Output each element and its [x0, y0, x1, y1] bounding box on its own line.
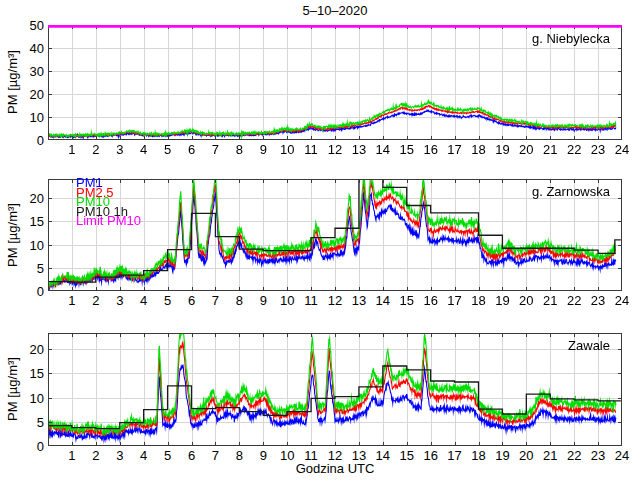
x-tick-label: 4 [140, 142, 147, 157]
y-tick-label: 15 [6, 214, 44, 229]
x-tick-label: 13 [352, 142, 366, 157]
x-tick-label: 24 [615, 293, 629, 308]
x-tick-label: 15 [400, 293, 414, 308]
x-tick-label: 11 [304, 293, 318, 308]
x-tick-label: 17 [447, 142, 461, 157]
y-tick-label: 0 [6, 284, 44, 299]
y-tick-label: 30 [6, 64, 44, 79]
x-tick-label: 12 [328, 142, 342, 157]
y-tick-label: 5 [6, 261, 44, 276]
x-tick-label: 18 [471, 142, 485, 157]
legend-item-limit-pm10: Limit PM10 [76, 216, 141, 226]
y-axis-label-bottom: PM [µg/m³] [5, 319, 21, 459]
x-tick-label: 3 [116, 293, 123, 308]
x-tick-label: 16 [423, 142, 437, 157]
y-tick-label: 15 [6, 366, 44, 381]
x-axis-label: Godzina UTC [48, 461, 622, 476]
x-tick-label: 2 [92, 293, 99, 308]
y-tick-label: 0 [6, 133, 44, 148]
x-tick-label: 23 [591, 293, 605, 308]
x-tick-label: 7 [212, 142, 219, 157]
x-tick-label: 7 [212, 293, 219, 308]
y-tick-label: 20 [6, 87, 44, 102]
station-label-niebylecka: g. Niebylecka [390, 31, 610, 46]
x-tick-label: 20 [519, 142, 533, 157]
station-label-zarnowska: g. Zarnowska [390, 184, 610, 199]
chart-title: 5–10–2020 [48, 3, 622, 18]
x-tick-label: 9 [260, 142, 267, 157]
x-tick-label: 23 [591, 142, 605, 157]
x-tick-label: 5 [164, 293, 171, 308]
x-tick-label: 14 [376, 293, 390, 308]
y-tick-label: 40 [6, 41, 44, 56]
x-tick-label: 21 [543, 293, 557, 308]
y-tick-label: 10 [6, 238, 44, 253]
x-tick-label: 8 [236, 142, 243, 157]
y-tick-label: 10 [6, 110, 44, 125]
station-label-zawale: Zawale [390, 338, 610, 353]
y-tick-label: 20 [6, 191, 44, 206]
x-tick-label: 10 [280, 293, 294, 308]
x-tick-label: 3 [116, 142, 123, 157]
x-tick-label: 17 [447, 293, 461, 308]
y-tick-label: 50 [6, 18, 44, 33]
x-tick-label: 22 [567, 293, 581, 308]
x-tick-label: 19 [495, 142, 509, 157]
y-tick-label: 0 [6, 439, 44, 454]
y-axis-label-top: PM [µg/m³] [5, 12, 21, 152]
y-tick-label: 5 [6, 415, 44, 430]
legend: PM1PM2.5PM10PM10 1hLimit PM10 [76, 178, 141, 226]
x-tick-label: 6 [188, 293, 195, 308]
figure: 5–10–2020 PM [µg/m³] PM [µg/m³] PM [µg/m… [0, 0, 640, 480]
x-tick-label: 16 [423, 293, 437, 308]
x-tick-label: 21 [543, 142, 557, 157]
x-tick-label: 22 [567, 142, 581, 157]
x-tick-label: 5 [164, 142, 171, 157]
y-tick-label: 10 [6, 391, 44, 406]
x-tick-label: 8 [236, 293, 243, 308]
x-tick-label: 18 [471, 293, 485, 308]
x-tick-label: 1 [68, 142, 75, 157]
x-tick-label: 2 [92, 142, 99, 157]
x-tick-label: 11 [304, 142, 318, 157]
x-tick-label: 9 [260, 293, 267, 308]
x-tick-label: 1 [68, 293, 75, 308]
x-tick-label: 6 [188, 142, 195, 157]
x-tick-label: 20 [519, 293, 533, 308]
x-tick-label: 15 [400, 142, 414, 157]
x-tick-label: 24 [615, 142, 629, 157]
x-tick-label: 4 [140, 293, 147, 308]
y-tick-label: 20 [6, 342, 44, 357]
x-tick-label: 12 [328, 293, 342, 308]
x-tick-label: 13 [352, 293, 366, 308]
x-tick-label: 14 [376, 142, 390, 157]
x-tick-label: 10 [280, 142, 294, 157]
x-tick-label: 19 [495, 293, 509, 308]
